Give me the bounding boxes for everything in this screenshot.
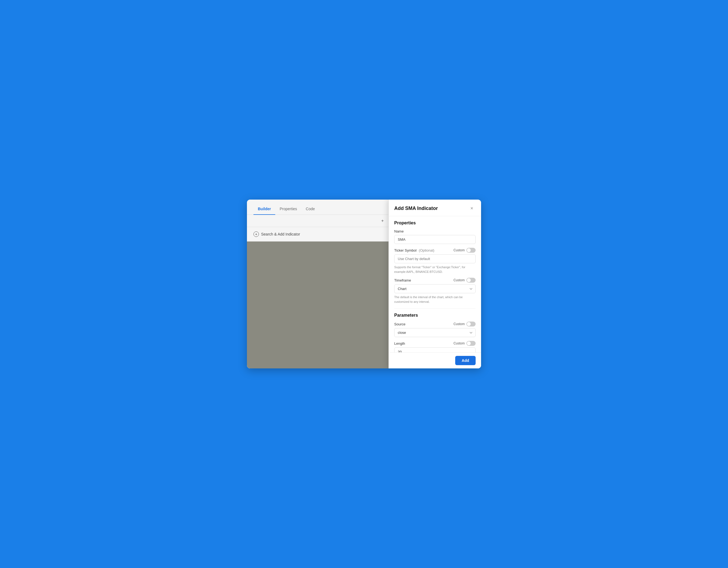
modal-title: Add SMA Indicator: [394, 206, 438, 211]
length-custom-toggle-row: Custom: [454, 341, 476, 346]
timeframe-label: Timeframe: [394, 278, 411, 282]
timeframe-custom-toggle-row: Custom: [454, 278, 476, 283]
app-container: Builder Properties Code + ✎ + Search & A…: [247, 200, 481, 368]
ticker-label-container: Ticker Symbol (Optional): [394, 248, 434, 253]
parameters-section-title: Parameters: [394, 313, 476, 318]
tabs-bar: Builder Properties Code: [247, 200, 399, 215]
divider-1: [394, 308, 476, 309]
add-button[interactable]: Add: [455, 356, 476, 365]
search-add-indicator-button[interactable]: + Search & Add Indicator: [253, 231, 300, 237]
source-field-group: Source Custom close: [394, 322, 476, 337]
source-custom-toggle[interactable]: [466, 322, 476, 326]
close-modal-button[interactable]: ×: [468, 204, 476, 212]
modal-body: Properties Name Ticker Symbol (Optional)…: [389, 216, 481, 352]
tab-code[interactable]: Code: [301, 203, 319, 215]
name-field-group: Name: [394, 229, 476, 244]
tab-properties[interactable]: Properties: [275, 203, 301, 215]
modal-header: Add SMA Indicator ×: [389, 200, 481, 216]
circle-plus-icon: +: [253, 231, 259, 237]
length-custom-toggle[interactable]: [466, 341, 476, 346]
source-custom-label: Custom: [454, 322, 465, 326]
timeframe-select[interactable]: Chart: [394, 284, 476, 293]
ticker-optional: (Optional): [419, 248, 434, 252]
ticker-label-row: Ticker Symbol (Optional) Custom: [394, 248, 476, 253]
add-icon[interactable]: +: [379, 217, 386, 225]
ticker-custom-toggle[interactable]: [466, 248, 476, 253]
timeframe-field-group: Timeframe Custom Chart The default is th…: [394, 278, 476, 304]
left-panel: Builder Properties Code + ✎ + Search & A…: [247, 200, 399, 368]
timeframe-custom-label: Custom: [454, 278, 465, 282]
ticker-label: Ticker Symbol: [394, 248, 417, 252]
timeframe-custom-toggle[interactable]: [466, 278, 476, 283]
add-indicator-modal: Add SMA Indicator × Properties Name Tick…: [389, 200, 481, 368]
length-custom-label: Custom: [454, 341, 465, 345]
source-custom-toggle-row: Custom: [454, 322, 476, 326]
add-indicator-row: + Search & Add Indicator: [247, 227, 399, 242]
timeframe-help-text: The default is the interval of the chart…: [394, 295, 476, 304]
ticker-help-text: Supports the format "Ticker" or "Exchang…: [394, 265, 476, 274]
source-label-row: Source Custom: [394, 322, 476, 326]
length-label-row: Length Custom: [394, 341, 476, 346]
ticker-custom-label: Custom: [454, 248, 465, 252]
tab-builder[interactable]: Builder: [253, 203, 275, 215]
length-label: Length: [394, 341, 405, 346]
ticker-field-group: Ticker Symbol (Optional) Custom Supports…: [394, 248, 476, 274]
ticker-custom-toggle-row: Custom: [454, 248, 476, 253]
name-label-row: Name: [394, 229, 476, 233]
toolbar-row: + ✎: [247, 215, 399, 227]
timeframe-label-row: Timeframe Custom: [394, 278, 476, 283]
source-label: Source: [394, 322, 405, 326]
name-label: Name: [394, 229, 404, 233]
length-input[interactable]: [394, 347, 476, 352]
properties-section-title: Properties: [394, 221, 476, 225]
modal-footer: Add: [389, 352, 481, 368]
ticker-input[interactable]: [394, 254, 476, 263]
length-field-group: Length Custom: [394, 341, 476, 352]
source-select[interactable]: close: [394, 328, 476, 337]
name-input[interactable]: [394, 235, 476, 244]
left-content-area: [247, 242, 399, 368]
add-indicator-label: Search & Add Indicator: [261, 232, 300, 236]
